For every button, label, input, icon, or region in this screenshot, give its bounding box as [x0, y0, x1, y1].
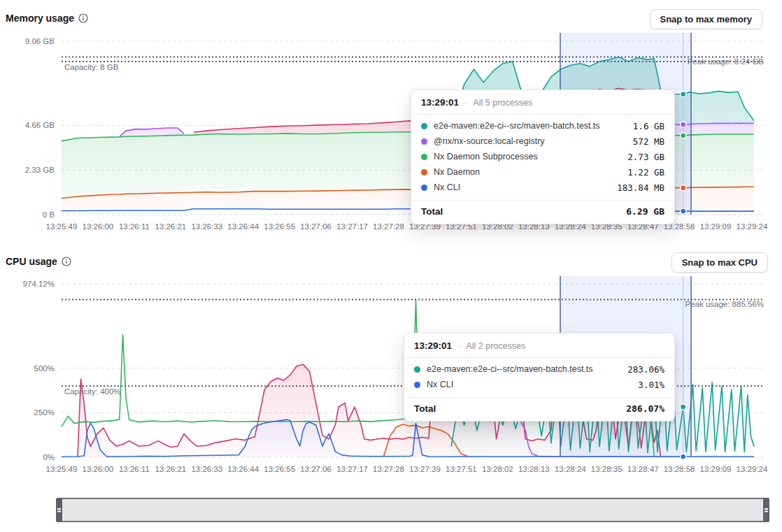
brush-handle-left[interactable]: [56, 498, 62, 522]
time-range-brush[interactable]: [56, 498, 769, 522]
tooltip-series-row: @nx/nx-source:local-registry 572 MB: [421, 134, 664, 149]
brush-handle-right[interactable]: [763, 498, 769, 522]
snap-to-max-memory-button[interactable]: Snap to max memory: [650, 9, 763, 29]
cpu-x-axis: 13:25:4913:26:0013:26:1113:26:2113:26:33…: [0, 465, 782, 475]
series-value: 1.6 GB: [633, 121, 664, 131]
series-value: 283.06%: [627, 364, 664, 375]
series-name: Nx Daemon: [434, 167, 621, 177]
series-value: 1.22 GB: [627, 167, 664, 178]
y-axis-tick: 4.66 GB: [0, 120, 55, 130]
cpu-tooltip: 13:29:01 · All 2 processes e2e-maven:e2e…: [404, 333, 675, 422]
series-name: e2e-maven:e2e-ci--src/maven-batch.test.t…: [427, 364, 621, 374]
series-value: 3.01%: [638, 380, 664, 390]
tooltip-header: 13:29:01 · All 5 processes: [411, 90, 674, 115]
tooltip-series-row: Nx CLI 183.84 MB: [421, 180, 664, 195]
series-color-dot-icon: [421, 138, 427, 145]
total-label: Total: [414, 403, 436, 414]
tooltip-header: 13:29:01 · All 2 processes: [404, 333, 674, 358]
tooltip-series-row: Nx Daemon 1.22 GB: [421, 164, 664, 180]
memory-tooltip: 13:29:01 · All 5 processes e2e-maven:e2e…: [411, 89, 675, 224]
memory-section-title: Memory usage: [6, 13, 88, 24]
tooltip-series-row: e2e-maven:e2e-ci--src/maven-batch.test.t…: [414, 361, 664, 377]
series-value: 572 MB: [633, 136, 664, 147]
brush-track[interactable]: [56, 498, 769, 522]
memory-peak-label: Peak usage: 8.24 GB: [624, 57, 764, 66]
cpu-peak-label: Peak usage: 885.56%: [624, 300, 764, 308]
series-name: @nx/nx-source:local-registry: [434, 136, 627, 146]
snap-to-max-cpu-button[interactable]: Snap to max CPU: [671, 252, 768, 273]
x-axis-tick: 13:29:24: [730, 465, 774, 473]
series-color-dot-icon: [421, 169, 427, 175]
tooltip-rows: e2e-maven:e2e-ci--src/maven-batch.test.t…: [404, 358, 674, 395]
charts-canvas[interactable]: [0, 0, 782, 532]
cpu-section-title: CPU usage: [6, 256, 71, 267]
x-axis-tick: 13:29:24: [730, 222, 774, 231]
tooltip-series-row: Nx CLI 3.01%: [414, 377, 664, 392]
tooltip-series-row: e2e-maven:e2e-ci--src/maven-batch.test.t…: [421, 118, 664, 134]
y-axis-tick: 500%: [0, 364, 55, 373]
total-value: 286.07%: [626, 403, 664, 414]
tooltip-series-row: Nx Daemon Subprocesses 2.73 GB: [421, 149, 664, 164]
tooltip-summary: All 2 processes: [466, 341, 525, 351]
memory-title-text: Memory usage: [6, 13, 74, 24]
y-axis-tick: 2.33 GB: [0, 165, 55, 175]
total-value: 6.29 GB: [626, 206, 664, 217]
tooltip-total-row: Total 6.29 GB: [411, 200, 674, 224]
series-name: Nx CLI: [434, 182, 611, 192]
series-color-dot-icon: [421, 123, 427, 129]
dot-separator: ·: [464, 97, 467, 108]
cpu-title-text: CPU usage: [6, 256, 57, 267]
y-axis-tick: 0 B: [0, 210, 55, 220]
tooltip-time: 13:29:01: [414, 340, 452, 351]
series-name: Nx Daemon Subprocesses: [434, 152, 621, 161]
dot-separator: ·: [457, 340, 460, 351]
cpu-capacity-label: Capacity: 400%: [64, 387, 121, 396]
y-axis-tick: 0%: [0, 452, 55, 462]
series-name: e2e-maven:e2e-ci--src/maven-batch.test.t…: [434, 121, 627, 131]
total-label: Total: [421, 206, 443, 217]
y-axis-tick: 974.12%: [0, 279, 55, 289]
memory-capacity-label: Capacity: 8 GB: [64, 63, 118, 71]
tooltip-total-row: Total 286.07%: [404, 397, 674, 421]
series-name: Nx CLI: [427, 380, 632, 389]
y-axis-tick: 9.06 GB: [0, 36, 55, 46]
info-icon[interactable]: [78, 13, 88, 23]
series-color-dot-icon: [421, 185, 427, 191]
series-color-dot-icon: [414, 366, 420, 373]
y-axis-tick: 250%: [0, 408, 55, 417]
series-value: 2.73 GB: [627, 152, 664, 162]
profiler-page: Memory usage Snap to max memory CPU usag…: [0, 0, 782, 532]
tooltip-rows: e2e-maven:e2e-ci--src/maven-batch.test.t…: [411, 115, 674, 198]
series-color-dot-icon: [421, 154, 427, 160]
info-icon[interactable]: [62, 257, 71, 266]
tooltip-summary: All 5 processes: [473, 98, 532, 108]
tooltip-time: 13:29:01: [421, 97, 459, 108]
series-color-dot-icon: [414, 382, 420, 388]
series-value: 183.84 MB: [617, 182, 664, 193]
